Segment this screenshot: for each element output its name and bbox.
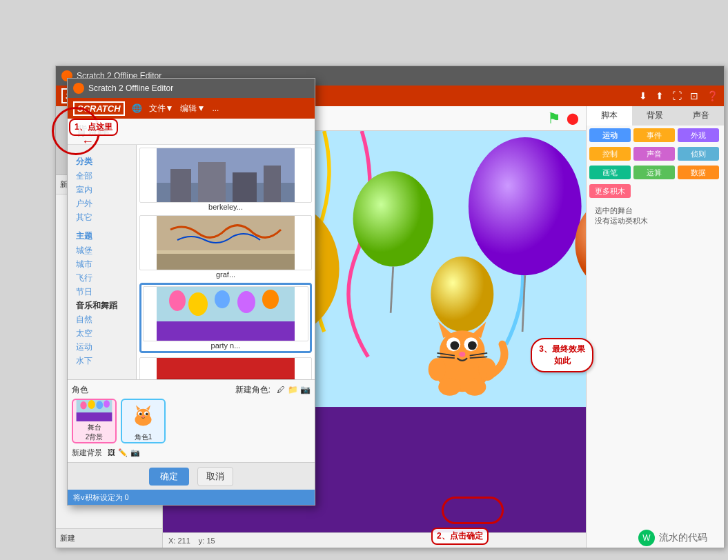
theme-underwater[interactable]: 水下 xyxy=(76,355,128,367)
bg-item-party[interactable]: party n... xyxy=(139,283,312,353)
motion-label: 运动 xyxy=(602,130,618,141)
cat-sprite-thumb[interactable]: 角色1 xyxy=(121,399,166,443)
stage-controls: ⚑ ⬤ xyxy=(547,110,579,128)
bg-library-menu-bar: SCRATCH 🌐 文件▼ 编辑▼ ... xyxy=(68,98,315,119)
bg-library-footer: 确定 取消 xyxy=(68,462,315,490)
sensing-label: 侦则 xyxy=(691,149,706,159)
status-x: X: 211 xyxy=(168,537,190,545)
bg-edit[interactable]: 编辑▼ xyxy=(180,103,205,114)
theme-music[interactable]: 音乐和舞蹈 xyxy=(76,300,128,312)
paint3-icon[interactable]: ✏️ xyxy=(118,448,128,457)
svg-marker-82 xyxy=(146,406,150,411)
svg-rect-57 xyxy=(198,162,226,203)
block-sound[interactable]: 声音 xyxy=(633,147,675,161)
block-pen[interactable]: 画笔 xyxy=(589,166,631,179)
svg-point-44 xyxy=(468,341,477,350)
cat-outdoor[interactable]: 户外 xyxy=(76,198,128,210)
upload-icon[interactable]: ⬆ xyxy=(656,90,664,101)
svg-rect-74 xyxy=(77,412,112,421)
blocks-info-text: 选中的舞台 没有运动类积木 xyxy=(589,200,721,232)
block-events[interactable]: 事件 xyxy=(633,128,675,142)
svg-point-86 xyxy=(146,412,148,415)
party-label: party n... xyxy=(143,341,308,350)
cat-thumb-label: 角色1 xyxy=(135,432,153,442)
tabs: 脚本 背景 声音 xyxy=(587,106,724,126)
tab-backdrop[interactable]: 背景 xyxy=(632,106,678,126)
theme-flight[interactable]: 飞行 xyxy=(76,272,128,284)
svg-rect-61 xyxy=(157,216,295,250)
block-data[interactable]: 数据 xyxy=(678,166,719,179)
party-thumb xyxy=(143,286,308,341)
svg-rect-59 xyxy=(264,166,281,203)
bg-file[interactable]: 文件▼ xyxy=(149,103,174,114)
theme-holiday[interactable]: 节日 xyxy=(76,286,128,298)
sound-dot: 声音 xyxy=(633,147,675,161)
new-sprite-bar: 新建 xyxy=(56,528,162,548)
stop-button[interactable]: ⬤ xyxy=(567,112,579,125)
control-label: 控制 xyxy=(602,149,618,159)
camera2-icon[interactable]: 📷 xyxy=(300,385,311,394)
watermark: W 流水的代码 xyxy=(638,530,707,546)
svg-point-69 xyxy=(262,290,279,309)
bg-library-body: 分类 全部 室内 户外 其它 主题 城堡 城市 飞行 节日 音乐和舞蹈 自然 太… xyxy=(68,145,315,379)
themes-section-title: 主题 xyxy=(76,230,128,242)
bg-menu-extra: ... xyxy=(212,103,219,113)
looks-dot: 外观 xyxy=(678,128,719,142)
theme-sport[interactable]: 运动 xyxy=(76,341,128,353)
berkeley-thumb xyxy=(139,148,312,203)
block-motion[interactable]: 运动 xyxy=(589,128,631,142)
exit-fullscreen-icon[interactable]: ⊡ xyxy=(690,90,698,101)
graf-svg xyxy=(140,216,311,270)
paint2-icon[interactable]: 🖊 xyxy=(277,385,285,394)
help-icon[interactable]: ❓ xyxy=(707,90,718,101)
graf-label: graf... xyxy=(139,270,312,279)
bg-library-cat-icon xyxy=(73,83,84,94)
svg-point-43 xyxy=(451,341,460,350)
theme-city[interactable]: 城市 xyxy=(76,259,128,270)
annotation-text-1: 1、点这里 xyxy=(69,119,118,136)
camera3-icon[interactable]: 📷 xyxy=(130,448,140,457)
more-label: 更多积木 xyxy=(595,186,625,197)
theme-space[interactable]: 太空 xyxy=(76,328,128,339)
bg-library-title-bar: Scratch 2 Offline Editor xyxy=(68,79,315,98)
watermark-text: 流水的代码 xyxy=(659,532,707,544)
backdrop-icons: 🖼 ✏️ 📷 xyxy=(108,448,140,457)
sprite-section-header: 角色 新建角色: 🖊 📁 📷 xyxy=(72,384,311,396)
image3-icon[interactable]: 🖼 xyxy=(108,448,115,457)
bg-globe[interactable]: 🌐 xyxy=(132,103,142,113)
bg-item-red[interactable] xyxy=(139,357,312,379)
sprites-label: 角色 xyxy=(72,384,88,396)
right-panel: 脚本 背景 声音 运动 事件 xyxy=(586,106,724,548)
green-flag-button[interactable]: ⚑ xyxy=(547,110,561,128)
cat-indoor[interactable]: 室内 xyxy=(76,184,128,196)
block-control[interactable]: 控制 xyxy=(589,147,631,161)
events-dot: 事件 xyxy=(633,128,675,142)
new-backdrop-bottom: 新建背景 🖼 ✏️ 📷 xyxy=(72,448,311,458)
svg-point-45 xyxy=(459,352,465,357)
bg-item-graf[interactable]: graf... xyxy=(139,215,312,279)
block-operators[interactable]: 运算 xyxy=(633,166,675,179)
tab-sound[interactable]: 声音 xyxy=(678,106,724,126)
confirm-button[interactable]: 确定 xyxy=(149,468,189,486)
cat-all[interactable]: 全部 xyxy=(76,170,128,182)
block-more[interactable]: 更多积木 xyxy=(589,184,631,198)
bg-main-area: berkeley... graf... xyxy=(137,145,315,379)
block-looks[interactable]: 外观 xyxy=(678,128,719,142)
annotation-text-2: 2、点击确定 xyxy=(431,528,489,545)
cancel-button[interactable]: 取消 xyxy=(197,467,233,486)
upload2-icon[interactable]: 📁 xyxy=(288,385,298,394)
cat-other[interactable]: 其它 xyxy=(76,212,128,223)
stage-sprite-thumb[interactable]: 舞台2背景 xyxy=(72,399,117,443)
download-icon[interactable]: ⬇ xyxy=(639,90,647,101)
theme-castle[interactable]: 城堡 xyxy=(76,245,128,257)
bg-sidebar: 分类 全部 室内 户外 其它 主题 城堡 城市 飞行 节日 音乐和舞蹈 自然 太… xyxy=(68,145,137,379)
control-dot: 控制 xyxy=(589,147,631,161)
block-sensing[interactable]: 侦则 xyxy=(678,147,719,161)
svg-point-50 xyxy=(438,378,461,395)
tab-script[interactable]: 脚本 xyxy=(587,106,632,126)
svg-point-85 xyxy=(139,412,142,415)
fullscreen-icon[interactable]: ⛶ xyxy=(672,90,682,101)
bg-item-berkeley[interactable]: berkeley... xyxy=(139,148,312,211)
wechat-icon: W xyxy=(638,530,655,546)
theme-nature[interactable]: 自然 xyxy=(76,314,128,326)
